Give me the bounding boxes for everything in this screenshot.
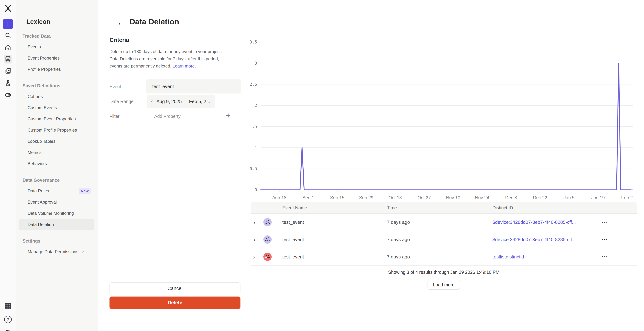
criteria-description-text: Delete up to 180 days of data for any ev… <box>110 49 222 68</box>
event-field-label: Event <box>110 84 121 89</box>
column-event-name: Event Name <box>282 205 387 210</box>
apps-grid-icon[interactable] <box>4 302 12 310</box>
filter-field-label: Filter <box>110 114 120 119</box>
cell-time: 7 days ago <box>387 254 492 260</box>
svg-text:0.5: 0.5 <box>250 166 257 171</box>
sidebar-item-metrics[interactable]: Metrics <box>18 147 94 158</box>
load-more-button[interactable]: Load more <box>428 280 460 290</box>
expand-collapse-all-icon[interactable]: ↓↑ <box>253 205 260 211</box>
expand-row-icon[interactable]: › <box>253 253 260 260</box>
row-menu-icon[interactable]: ••• <box>602 254 637 259</box>
data-deletion-page: ← Data Deletion Criteria Delete up to 18… <box>98 0 644 331</box>
row-menu-icon[interactable]: ••• <box>602 220 637 224</box>
sidebar-item-events[interactable]: Events <box>18 41 94 53</box>
group-settings: Settings Manage Data Permissions ↗ <box>16 238 98 257</box>
svg-text:Aug 18: Aug 18 <box>272 195 286 199</box>
experiments-flask-icon[interactable] <box>4 79 12 87</box>
lexicon-data-icon[interactable] <box>4 55 12 64</box>
expand-row-icon[interactable]: › <box>253 236 260 243</box>
sidebar-item-cohorts[interactable]: Cohorts <box>18 91 94 102</box>
event-select-value: test_event <box>152 84 174 89</box>
cell-distinct-id[interactable]: $device:3428dd07-3eb7-4f40-8285-cff... <box>492 237 602 242</box>
group-header: Data Governance <box>22 178 98 183</box>
sidebar-item-event-approval[interactable]: Event Approval <box>18 197 94 208</box>
svg-text:1: 1 <box>254 145 257 150</box>
back-button[interactable]: ← <box>116 17 127 28</box>
create-button[interactable] <box>3 19 13 29</box>
cell-event-name: test_event <box>282 237 387 242</box>
table-row: › test_event 7 days ago $device:3428dd07… <box>251 214 637 231</box>
sidebar-item-behaviors[interactable]: Behaviors <box>18 158 94 169</box>
cell-distinct-id[interactable]: testlistdistinctid <box>492 254 602 260</box>
svg-text:Sep 1: Sep 1 <box>302 195 314 199</box>
event-select[interactable]: test_event <box>146 79 241 94</box>
svg-text:3.5: 3.5 <box>250 40 257 44</box>
events-chart: 3.532.521.510.50Aug 18Sep 1Sep 15Sep 29O… <box>245 36 638 199</box>
table-row: › test_event 7 days ago testlistdistinct… <box>251 248 637 266</box>
group-tracked-data: Tracked Data Events Event Properties Pro… <box>16 34 98 75</box>
mixpanel-logo-icon[interactable] <box>4 4 12 13</box>
row-menu-icon[interactable]: ••• <box>602 237 637 242</box>
date-range-picker[interactable]: Aug 9, 2025 — Feb 5, 2... <box>147 95 215 108</box>
row-avatar <box>263 218 272 226</box>
criteria-description: Delete up to 180 days of data for any ev… <box>110 48 232 70</box>
svg-text:Jan 19: Jan 19 <box>591 195 605 199</box>
sidebar-item-data-rules[interactable]: Data Rules New <box>18 185 94 197</box>
group-header: Settings <box>22 238 98 244</box>
sidebar-item-event-properties[interactable]: Event Properties <box>18 53 94 64</box>
boards-icon[interactable] <box>4 67 12 76</box>
svg-text:Jan 5: Jan 5 <box>564 195 574 199</box>
svg-text:Oct 13: Oct 13 <box>388 195 402 199</box>
search-icon[interactable] <box>4 31 12 40</box>
sidebar-item-custom-event-properties[interactable]: Custom Event Properties <box>18 113 94 125</box>
table-header: ↓↑ Event Name Time Distinct ID <box>251 202 637 214</box>
results-summary: Showing 3 of 4 results through Jan 29 20… <box>251 270 637 275</box>
row-avatar <box>263 253 272 261</box>
add-filter-plus-icon[interactable]: + <box>222 110 234 121</box>
learn-more-link[interactable]: Learn more. <box>173 64 196 68</box>
svg-text:0: 0 <box>254 188 257 192</box>
page-title: Data Deletion <box>130 17 179 26</box>
svg-text:Dec 8: Dec 8 <box>505 195 517 199</box>
svg-text:2: 2 <box>254 103 257 108</box>
lexicon-sidebar: Lexicon Tracked Data Events Event Proper… <box>16 0 98 331</box>
svg-text:Nov 24: Nov 24 <box>475 195 489 199</box>
sidebar-item-manage-data-permissions[interactable]: Manage Data Permissions ↗ <box>18 246 94 257</box>
add-property-control[interactable]: Add Property <box>154 111 180 122</box>
calendar-icon <box>151 98 153 105</box>
column-distinct-id: Distinct ID <box>492 205 602 210</box>
rail-bottom-group: ? <box>4 302 12 331</box>
svg-text:Nov 10: Nov 10 <box>446 195 460 199</box>
group-data-governance: Data Governance Data Rules New Event App… <box>16 178 98 230</box>
home-icon[interactable] <box>4 43 12 52</box>
sidebar-item-lookup-tables[interactable]: Lookup Tables <box>18 136 94 147</box>
new-badge: New <box>79 188 91 194</box>
sidebar-title: Lexicon <box>26 18 98 25</box>
cell-distinct-id[interactable]: $device:3428dd07-3eb7-4f40-8285-cff... <box>492 219 602 225</box>
sidebar-item-data-deletion[interactable]: Data Deletion <box>18 219 94 230</box>
cell-event-name: test_event <box>282 219 387 225</box>
group-saved-definitions: Saved Definitions Cohorts Custom Events … <box>16 83 98 169</box>
expand-row-icon[interactable]: › <box>253 219 260 226</box>
help-icon[interactable]: ? <box>4 315 12 324</box>
events-table: ↓↑ Event Name Time Distinct ID › test_ev… <box>251 202 637 290</box>
svg-text:1.5: 1.5 <box>250 124 257 129</box>
sidebar-item-profile-properties[interactable]: Profile Properties <box>18 64 94 75</box>
group-header: Saved Definitions <box>22 83 98 88</box>
svg-text:Sep 29: Sep 29 <box>359 195 373 199</box>
lexicon-app: ? Lexicon Tracked Data Events Event Prop… <box>0 0 644 331</box>
svg-text:Dec 22: Dec 22 <box>533 195 547 199</box>
cell-event-name: test_event <box>282 254 387 260</box>
sidebar-item-custom-profile-properties[interactable]: Custom Profile Properties <box>18 125 94 136</box>
delete-button[interactable]: Delete <box>110 296 240 309</box>
sidebar-item-data-volume-monitoring[interactable]: Data Volume Monitoring <box>18 208 94 219</box>
criteria-heading: Criteria <box>110 37 129 43</box>
cancel-button[interactable]: Cancel <box>110 282 240 294</box>
feature-flags-toggle-icon[interactable] <box>4 91 12 99</box>
sidebar-item-custom-events[interactable]: Custom Events <box>18 102 94 113</box>
external-link-icon: ↗ <box>81 249 84 254</box>
cell-time: 7 days ago <box>387 219 492 225</box>
svg-text:3: 3 <box>254 61 257 66</box>
cell-time: 7 days ago <box>387 237 492 242</box>
settings-gear-icon[interactable] <box>4 328 12 331</box>
